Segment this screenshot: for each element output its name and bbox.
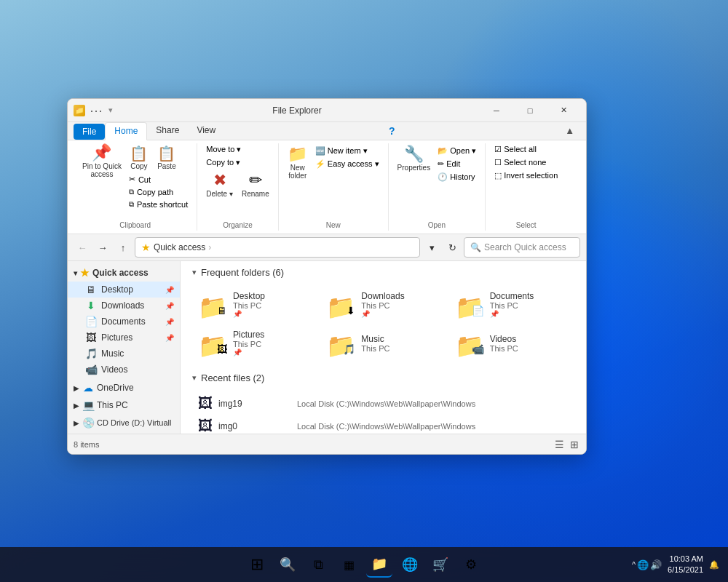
history-button[interactable]: 🕐 History (435, 171, 479, 183)
downloads-pin-icon: 📌 (165, 302, 174, 310)
title-bar-left: 📁 ⋯ ▾ (74, 103, 114, 119)
tab-file[interactable]: File (74, 124, 105, 140)
view-buttons: ☰ ⊞ (553, 437, 580, 452)
folder-item-documents[interactable]: 📁 📄 Documents This PC 📌 (449, 287, 574, 322)
tray-expand[interactable]: ^ (632, 560, 636, 569)
move-to-button[interactable]: Move to ▾ (203, 143, 272, 156)
copy-path-button[interactable]: ⧉ Copy path (126, 186, 191, 198)
sidebar-item-cddrive[interactable]: ▶ 💿 CD Drive (D:) Virtuall (68, 414, 180, 431)
select-none-button[interactable]: ☐ Select none (491, 156, 561, 169)
title-quick-access[interactable]: ⋯ (90, 103, 103, 119)
delete-button[interactable]: ✖ Delete ▾ (203, 170, 236, 199)
select-col: ☑ Select all ☐ Select none ⬚ Invert sele… (491, 143, 561, 192)
invert-selection-button[interactable]: ⬚ Invert selection (491, 170, 561, 182)
select-all-button[interactable]: ☑ Select all (491, 143, 561, 156)
clock-time: 10:03 AM (668, 554, 703, 565)
address-dropdown-button[interactable]: ▾ (423, 239, 440, 256)
taskview-button[interactable]: ⧉ (305, 551, 331, 578)
ribbon-tabs: File Home Share View ? ▲ (68, 122, 586, 140)
close-button[interactable]: ✕ (547, 99, 580, 122)
music-icon: 🎵 (85, 348, 97, 359)
pin-to-quick-access-button[interactable]: 📌 Pin to Quickaccess (79, 143, 124, 180)
easy-access-button[interactable]: ⚡ Easy access ▾ (312, 158, 382, 170)
content-area: ▾ ★ Quick access 🖥 Desktop 📌 ⬇ Downloads… (68, 261, 586, 434)
back-button[interactable]: ← (74, 239, 91, 256)
paste-shortcut-button[interactable]: ⧉ Paste shortcut (126, 199, 191, 210)
forward-button[interactable]: → (94, 239, 111, 256)
cut-button[interactable]: ✂ Cut (126, 173, 191, 186)
folder-item-downloads[interactable]: 📁 ⬇ Downloads This PC 📌 (320, 287, 446, 322)
rename-button[interactable]: ✏ Rename (239, 170, 272, 199)
search-button[interactable]: 🔍 (274, 551, 301, 578)
sidebar-item-videos[interactable]: 📹 Videos (68, 362, 180, 378)
minimize-button[interactable]: ─ (480, 99, 513, 122)
settings-button[interactable]: ⚙ (458, 551, 484, 578)
recent-files-header[interactable]: ▾ Recent files (2) (192, 372, 574, 383)
folder-desktop-icon-wrapper: 📁 🖥 (198, 293, 227, 316)
sidebar-item-desktop[interactable]: 🖥 Desktop 📌 (68, 282, 180, 298)
folder-item-music[interactable]: 📁 🎵 Music This PC (320, 325, 446, 361)
edge-button[interactable]: 🌐 (397, 551, 423, 578)
open-buttons: 🔧 Properties 📂 Open ▾ ✏ Edit 🕐 History (395, 143, 480, 231)
sidebar-quick-access-header[interactable]: ▾ ★ Quick access (68, 264, 180, 282)
copy-to-button[interactable]: Copy to ▾ (203, 156, 272, 169)
cddrive-icon: 💿 (82, 417, 94, 428)
fileexplorer-button[interactable]: 📁 (366, 551, 392, 578)
ribbon-group-open: 🔧 Properties 📂 Open ▾ ✏ Edit 🕐 History O… (389, 143, 486, 231)
folder-downloads-pin: 📌 (361, 310, 440, 318)
maximize-button[interactable]: □ (513, 99, 547, 122)
recent-item-img19[interactable]: 🖼 img19 Local Disk (C:)\Windows\Web\Wall… (192, 392, 574, 415)
details-view-button[interactable]: ⊞ (569, 437, 580, 452)
sidebar-item-thispc[interactable]: ▶ 💻 This PC (68, 396, 180, 414)
folder-item-videos[interactable]: 📁 📹 Videos This PC (449, 325, 574, 361)
sidebar-item-documents[interactable]: 📄 Documents 📌 (68, 314, 180, 330)
taskbar: ⊞ 🔍 ⧉ ▦ 📁 🌐 🛒 ⚙ ^ 🌐 🔊 10:03 AM 6/15/2021… (0, 547, 728, 582)
folder-music-badge: 🎵 (343, 343, 355, 355)
paste-button[interactable]: 📋 Paste (154, 143, 180, 172)
volume-tray-icon[interactable]: 🔊 (650, 559, 662, 570)
edit-button[interactable]: ✏ Edit (435, 158, 479, 170)
delete-icon: ✖ (213, 171, 226, 190)
sidebar-quick-access-label: Quick access (92, 268, 149, 278)
new-folder-icon: 📁 (288, 145, 307, 164)
tab-home[interactable]: Home (105, 122, 147, 140)
ribbon-group-select: ☑ Select all ☐ Select none ⬚ Invert sele… (486, 143, 566, 231)
copy-button[interactable]: 📋 Copy (126, 143, 152, 172)
clock-date: 6/15/2021 (668, 565, 703, 575)
select-group-label: Select (516, 221, 537, 229)
tab-view[interactable]: View (188, 122, 224, 140)
sidebar-item-onedrive[interactable]: ▶ ☁ OneDrive (68, 379, 180, 396)
widgets-button[interactable]: ▦ (336, 551, 362, 578)
recent-item-img0[interactable]: 🖼 img0 Local Disk (C:)\Windows\Web\Wallp… (192, 415, 574, 434)
main-panel: ▾ Frequent folders (6) 📁 🖥 Desktop This … (181, 261, 586, 434)
img19-icon: 🖼 (198, 395, 213, 412)
sidebar-item-music[interactable]: 🎵 Music (68, 346, 180, 362)
ribbon-collapse[interactable]: ▲ (559, 122, 580, 140)
help-button[interactable]: ? (383, 122, 401, 140)
properties-button[interactable]: 🔧 Properties (395, 143, 434, 173)
open-button[interactable]: 📂 Open ▾ (435, 145, 479, 157)
sidebar-item-pictures[interactable]: 🖼 Pictures 📌 (68, 330, 180, 346)
folder-music-info: Music This PC (361, 334, 440, 353)
new-item-button[interactable]: 🆕 New item ▾ (312, 145, 382, 157)
up-button[interactable]: ↑ (114, 239, 132, 256)
search-box[interactable]: 🔍 Search Quick access (464, 237, 580, 258)
new-buttons: 📁 Newfolder 🆕 New item ▾ ⚡ Easy access ▾ (285, 143, 382, 231)
network-tray-icon[interactable]: 🌐 (637, 559, 649, 570)
sidebar-downloads-label: Downloads (101, 300, 144, 311)
start-button[interactable]: ⊞ (244, 551, 270, 578)
address-path-item[interactable]: Quick access (154, 242, 205, 252)
sidebar-item-downloads[interactable]: ⬇ Downloads 📌 (68, 298, 180, 314)
refresh-button[interactable]: ↻ (443, 239, 461, 256)
folder-item-pictures[interactable]: 📁 🖼 Pictures This PC 📌 (192, 325, 317, 361)
taskbar-clock[interactable]: 10:03 AM 6/15/2021 (668, 554, 703, 576)
folder-item-desktop[interactable]: 📁 🖥 Desktop This PC 📌 (192, 287, 317, 322)
frequent-folders-header[interactable]: ▾ Frequent folders (6) (192, 267, 574, 278)
store-button[interactable]: 🛒 (427, 551, 454, 578)
list-view-button[interactable]: ☰ (553, 437, 566, 452)
address-path[interactable]: ★ Quick access › (135, 237, 420, 258)
notification-button[interactable]: 🔔 (709, 560, 719, 570)
new-folder-button[interactable]: 📁 Newfolder (285, 143, 311, 181)
tab-share[interactable]: Share (147, 122, 188, 140)
clipboard-group-label: Clipboard (119, 221, 151, 229)
